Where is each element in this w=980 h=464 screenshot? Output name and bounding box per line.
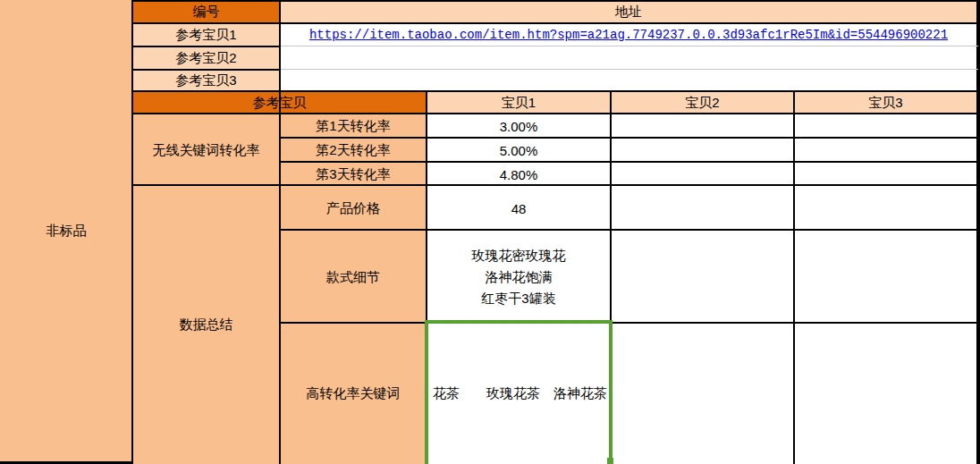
style-detail-baobei3-cell[interactable] xyxy=(794,231,977,324)
baobei1-header-cell[interactable]: 宝贝1 xyxy=(427,91,611,114)
gridline xyxy=(279,161,978,163)
category-cell[interactable]: 非标品 xyxy=(0,0,132,462)
gridline xyxy=(279,137,978,139)
data-summary-group-cell[interactable]: 数据总结 xyxy=(132,186,280,464)
day1-conversion-baobei3-cell[interactable] xyxy=(794,114,977,139)
high-conversion-keywords-baobei2-cell[interactable] xyxy=(611,324,794,464)
style-detail-label-cell[interactable]: 款式细节 xyxy=(280,231,427,324)
gridline xyxy=(132,0,978,2)
style-detail-line: 红枣干3罐装 xyxy=(481,288,555,309)
gridline xyxy=(132,113,978,114)
ref-item-3-label-cell[interactable]: 参考宝贝3 xyxy=(132,70,280,91)
day1-conversion-label-cell[interactable]: 第1天转化率 xyxy=(280,114,427,139)
gridline xyxy=(279,229,978,231)
high-conversion-keywords-baobei3-cell[interactable] xyxy=(794,324,977,464)
product-price-value-cell[interactable]: 48 xyxy=(427,186,611,231)
gridline xyxy=(132,22,978,24)
ref-item-1-url-cell[interactable]: https://item.taobao.com/item.htm?spm=a21… xyxy=(280,23,977,46)
product-price-baobei3-cell[interactable] xyxy=(794,186,977,231)
day3-conversion-baobei3-cell[interactable] xyxy=(794,163,977,186)
day1-conversion-value-cell[interactable]: 3.00% xyxy=(427,114,611,139)
gridline xyxy=(793,91,795,464)
day3-conversion-label-cell[interactable]: 第3天转化率 xyxy=(280,163,427,186)
gridline xyxy=(281,46,978,46)
wireless-conversion-group-cell[interactable]: 无线关键词转化率 xyxy=(132,114,280,186)
baobei2-header-cell[interactable]: 宝贝2 xyxy=(611,91,794,114)
gridline xyxy=(610,91,612,324)
day3-conversion-baobei2-cell[interactable] xyxy=(611,163,794,186)
day2-conversion-label-cell[interactable]: 第2天转化率 xyxy=(280,139,427,163)
day1-conversion-baobei2-cell[interactable] xyxy=(611,114,794,139)
gridline xyxy=(132,46,280,47)
fill-handle[interactable] xyxy=(607,458,613,464)
ref-item-3-url-cell[interactable] xyxy=(280,70,977,91)
ref-item-2-url-cell[interactable] xyxy=(280,46,977,70)
day3-conversion-value-cell[interactable]: 4.80% xyxy=(427,163,611,186)
address-header-cell[interactable]: 地址 xyxy=(280,0,977,23)
baobei3-header-cell[interactable]: 宝贝3 xyxy=(794,91,977,114)
day2-conversion-value-cell[interactable]: 5.00% xyxy=(427,139,611,163)
gridline xyxy=(281,69,978,70)
gridline xyxy=(132,184,978,186)
style-detail-line: 洛神花饱满 xyxy=(486,266,553,288)
day2-conversion-baobei3-cell[interactable] xyxy=(794,139,977,163)
style-detail-line: 玫瑰花密玫瑰花 xyxy=(472,245,566,266)
high-conversion-keywords-value-cell[interactable]: 花茶 玫瑰花茶 洛神花茶 xyxy=(427,324,611,464)
gridline xyxy=(132,69,280,71)
day2-conversion-baobei2-cell[interactable] xyxy=(611,139,794,163)
ref-item-2-label-cell[interactable]: 参考宝贝2 xyxy=(132,46,280,70)
gridline xyxy=(279,322,978,324)
style-detail-value-cell[interactable]: 玫瑰花密玫瑰花 洛神花饱满 红枣干3罐装 xyxy=(427,231,611,324)
gridline xyxy=(426,91,427,325)
ref-item-1-label-cell[interactable]: 参考宝贝1 xyxy=(132,23,280,46)
product-price-label-cell[interactable]: 产品价格 xyxy=(280,186,427,231)
product-price-baobei2-cell[interactable] xyxy=(611,186,794,231)
id-header-cell[interactable]: 编号 xyxy=(132,0,280,23)
spreadsheet-view: 非标品 编号 地址 参考宝贝1 https://item.taobao.com/… xyxy=(0,0,980,464)
style-detail-baobei2-cell[interactable] xyxy=(611,231,794,324)
gridline xyxy=(132,90,978,92)
high-conversion-keywords-label-cell[interactable]: 高转化率关键词 xyxy=(280,324,427,464)
taobao-url-link[interactable]: https://item.taobao.com/item.htm?spm=a21… xyxy=(309,28,948,42)
